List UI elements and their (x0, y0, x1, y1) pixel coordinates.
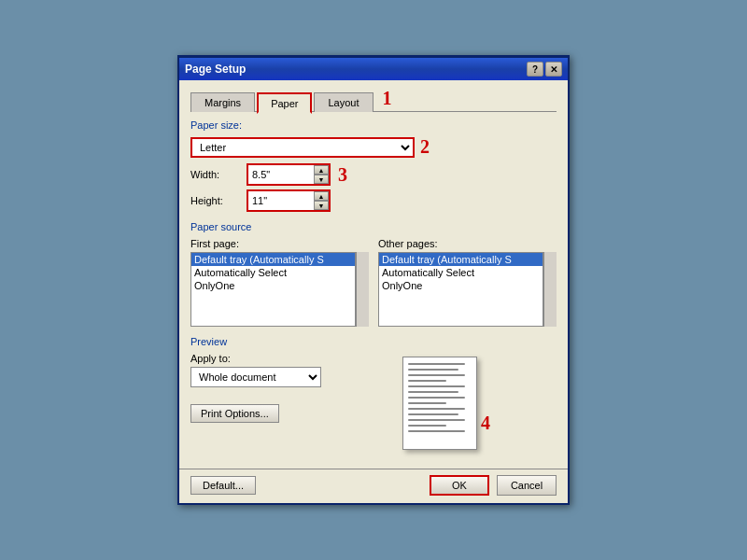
height-up-btn[interactable]: ▲ (314, 191, 329, 201)
close-button[interactable]: ✕ (545, 62, 562, 77)
dialog-content: Margins Paper Layout 1 Paper size: Lette… (179, 80, 568, 469)
first-page-listbox[interactable]: Default tray (Automatically S Automatica… (190, 252, 356, 327)
preview-line (408, 369, 458, 371)
help-button[interactable]: ? (527, 62, 543, 77)
ok-button[interactable]: OK (430, 475, 489, 496)
annotation-1: 1 (383, 88, 392, 109)
apply-to-col: Apply to: Whole document This section Pr… (190, 353, 321, 423)
paper-source-label: Paper source (190, 221, 557, 232)
page-setup-dialog: Page Setup ? ✕ Margins Paper Layout 1 Pa… (177, 55, 570, 505)
title-bar: Page Setup ? ✕ (179, 58, 568, 80)
source-columns: First page: Default tray (Automatically … (190, 238, 557, 327)
paper-size-section: Paper size: Letter 2 Width: ▲ ▼ (190, 119, 557, 212)
width-label: Width: (190, 169, 247, 180)
cancel-button[interactable]: Cancel (497, 475, 557, 496)
annotation-2: 2 (420, 136, 430, 158)
annotation-3: 3 (338, 164, 347, 186)
preview-line (408, 363, 465, 365)
dialog-title: Page Setup (185, 63, 246, 76)
default-button[interactable]: Default... (190, 476, 256, 495)
dialog-footer: Default... OK Cancel (179, 469, 568, 503)
first-page-scrollbar[interactable] (356, 252, 369, 327)
other-pages-scrollbar[interactable] (543, 252, 557, 327)
width-input[interactable] (248, 165, 314, 184)
preview-line (408, 374, 465, 376)
other-pages-col: Other pages: Default tray (Automatically… (378, 238, 557, 327)
tab-layout[interactable]: Layout (314, 92, 373, 112)
height-input[interactable] (248, 191, 314, 210)
preview-section: Preview Apply to: Whole document This se… (190, 336, 557, 450)
other-pages-list-wrap: Default tray (Automatically S Automatica… (378, 252, 557, 327)
width-spinners: ▲ ▼ (314, 165, 329, 184)
first-page-label: First page: (190, 238, 369, 249)
preview-content: Apply to: Whole document This section Pr… (190, 353, 557, 450)
apply-to-select-wrap: Whole document This section (190, 367, 321, 387)
page-preview (402, 357, 477, 450)
height-spinners: ▲ ▼ (314, 191, 329, 210)
preview-line (408, 385, 465, 387)
preview-lines (408, 363, 472, 432)
preview-line (408, 402, 446, 404)
list-item[interactable]: Automatically Select (191, 266, 355, 279)
tab-margins[interactable]: Margins (190, 92, 255, 112)
first-page-col: First page: Default tray (Automatically … (190, 238, 369, 327)
width-input-wrap: ▲ ▼ (247, 163, 331, 186)
apply-to-label: Apply to: (190, 353, 321, 364)
footer-right-buttons: OK Cancel (430, 475, 557, 496)
height-input-wrap: ▲ ▼ (247, 189, 331, 212)
preview-line (408, 419, 465, 421)
width-row: Width: ▲ ▼ 3 (190, 163, 557, 186)
tab-paper[interactable]: Paper (257, 92, 312, 114)
preview-line (408, 397, 465, 399)
other-pages-label: Other pages: (378, 238, 557, 249)
preview-line (408, 413, 458, 415)
height-down-btn[interactable]: ▼ (314, 201, 329, 210)
list-item[interactable]: Default tray (Automatically S (191, 253, 355, 266)
paper-size-label: Paper size: (190, 119, 557, 131)
width-down-btn[interactable]: ▼ (314, 175, 329, 184)
first-page-list-wrap: Default tray (Automatically S Automatica… (190, 252, 369, 327)
width-up-btn[interactable]: ▲ (314, 165, 329, 175)
list-item[interactable]: OnlyOne (191, 279, 355, 292)
annotation-4: 4 (481, 413, 490, 434)
tab-bar: Margins Paper Layout (190, 92, 374, 112)
preview-line (408, 408, 465, 410)
preview-line (408, 391, 458, 393)
other-pages-listbox[interactable]: Default tray (Automatically S Automatica… (378, 252, 543, 327)
apply-to-select[interactable]: Whole document This section (190, 367, 321, 387)
paper-size-select[interactable]: Letter (190, 137, 415, 158)
preview-line (408, 380, 446, 382)
paper-source-section: Paper source First page: Default tray (A… (190, 221, 557, 327)
title-bar-controls: ? ✕ (527, 62, 562, 77)
title-bar-text: Page Setup (185, 63, 246, 76)
height-row: Height: ▲ ▼ (190, 189, 557, 212)
preview-line (408, 425, 446, 427)
height-label: Height: (190, 195, 247, 206)
list-item[interactable]: Automatically Select (379, 266, 543, 279)
print-options-button[interactable]: Print Options... (190, 404, 279, 423)
preview-line (408, 430, 465, 432)
preview-label: Preview (190, 336, 557, 347)
list-item[interactable]: Default tray (Automatically S (379, 253, 543, 266)
list-item[interactable]: OnlyOne (379, 279, 543, 292)
